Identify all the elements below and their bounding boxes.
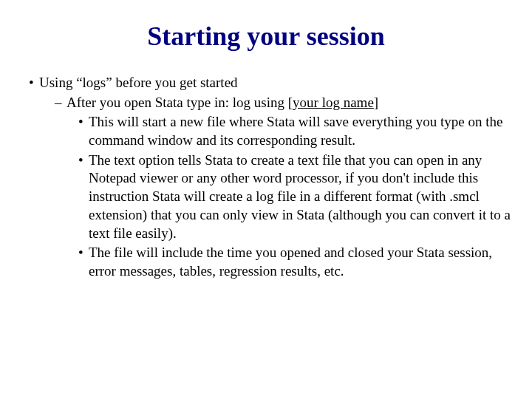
slide-body: •Using “logs” before you get started –Af…: [15, 74, 517, 281]
bullet-icon: •: [78, 151, 89, 170]
bullet-level1: •Using “logs” before you get started: [15, 74, 517, 92]
bullet-level3: •The text option tells Stata to create a…: [15, 151, 517, 242]
bullet-icon: •: [78, 244, 89, 262]
bullet-icon: •: [29, 74, 39, 92]
text-l3c: The file will include the time you opene…: [89, 245, 492, 279]
bullet-level2: –After you open Stata type in: log using…: [15, 94, 517, 112]
text-l2-u: your log name: [293, 95, 374, 110]
text-l1: Using “logs” before you get started: [39, 75, 238, 90]
bullet-icon: •: [78, 113, 89, 132]
text-l3a: This will start a new file where Stata w…: [89, 114, 502, 148]
slide-title: Starting your session: [15, 21, 517, 52]
bullet-level3: •The file will include the time you open…: [15, 244, 517, 280]
dash-icon: –: [55, 94, 66, 112]
text-l2-pre: After you open Stata type in: log using …: [66, 95, 293, 110]
bullet-level3: •This will start a new file where Stata …: [15, 113, 517, 149]
text-l3b: The text option tells Stata to create a …: [89, 152, 511, 241]
text-l2-post: ]: [374, 95, 378, 110]
